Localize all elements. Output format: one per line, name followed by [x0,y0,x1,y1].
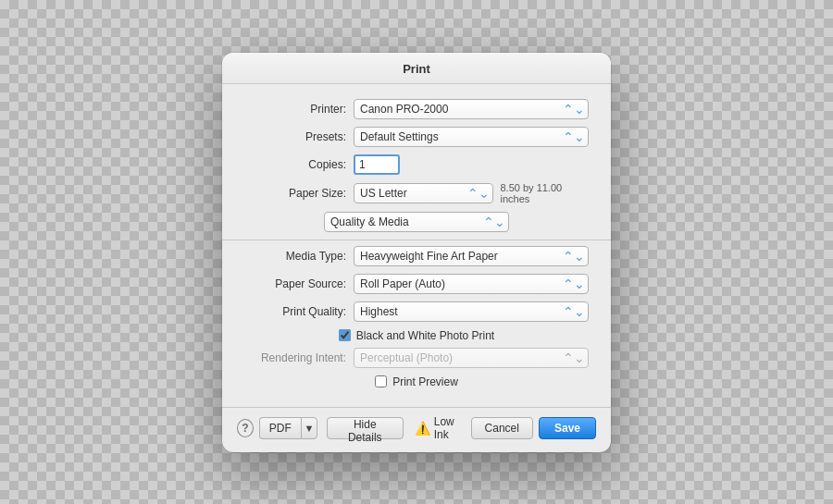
rendering-intent-select-wrapper: Perceptual (Photo) ⌃⌄ [354,348,589,368]
help-button[interactable]: ? [237,419,254,437]
print-dialog: Print Printer: Canon PRO-2000 ⌃⌄ Presets… [222,53,611,452]
paper-size-label: Paper Size: [244,187,346,200]
pdf-button-group: PDF ▼ [259,417,317,439]
low-ink-text: Low Ink [434,415,466,441]
section-select-row: Quality & Media ⌃⌄ [244,212,589,232]
rendering-intent-select[interactable]: Perceptual (Photo) [354,348,589,368]
dialog-footer: ? PDF ▼ Hide Details ⚠️ Low Ink Cancel S… [222,407,611,452]
presets-control: Default Settings ⌃⌄ [354,127,589,147]
media-type-label: Media Type: [244,250,346,263]
printer-select-wrapper: Canon PRO-2000 ⌃⌄ [354,99,589,119]
copies-row: Copies: [222,154,611,175]
print-preview-label: Print Preview [392,375,458,388]
low-ink-warning: ⚠️ Low Ink [415,415,466,441]
bw-photo-label: Black and White Photo Print [356,329,494,342]
section-select-wrapper: Quality & Media ⌃⌄ [324,212,509,232]
paper-size-row: Paper Size: US Letter ⌃⌄ 8.50 by 11.00 i… [222,182,611,204]
media-type-select-wrapper: Heavyweight Fine Art Paper ⌃⌄ [354,246,589,266]
paper-size-inner: US Letter ⌃⌄ 8.50 by 11.00 inches [354,182,589,204]
print-quality-select[interactable]: Highest [354,301,589,322]
paper-source-row: Paper Source: Roll Paper (Auto) ⌃⌄ [222,274,611,294]
save-button[interactable]: Save [539,417,596,439]
dialog-body: Printer: Canon PRO-2000 ⌃⌄ Presets: Defa… [222,84,611,407]
media-type-select[interactable]: Heavyweight Fine Art Paper [354,246,589,266]
print-quality-control: Highest ⌃⌄ [354,301,589,322]
pdf-button[interactable]: PDF [259,417,301,439]
paper-size-control: US Letter ⌃⌄ 8.50 by 11.00 inches [354,182,589,204]
presets-row: Presets: Default Settings ⌃⌄ [222,127,611,147]
warning-icon: ⚠️ [415,421,430,436]
bw-photo-row: Black and White Photo Print [222,329,611,342]
copies-input[interactable] [354,154,400,175]
copies-control [354,154,589,175]
pdf-dropdown-arrow-icon: ▼ [304,423,314,434]
presets-select[interactable]: Default Settings [354,127,589,147]
presets-select-wrapper: Default Settings ⌃⌄ [354,127,589,147]
paper-source-select[interactable]: Roll Paper (Auto) [354,274,589,294]
paper-size-select-wrapper: US Letter ⌃⌄ [354,183,493,203]
print-preview-checkbox[interactable] [375,375,387,387]
dialog-title: Print [222,53,611,84]
printer-select[interactable]: Canon PRO-2000 [354,99,589,119]
paper-source-control: Roll Paper (Auto) ⌃⌄ [354,274,589,294]
print-preview-row: Print Preview [222,375,611,388]
pdf-dropdown-button[interactable]: ▼ [301,417,317,439]
printer-row: Printer: Canon PRO-2000 ⌃⌄ [222,99,611,119]
divider-1 [222,240,611,240]
rendering-intent-row: Rendering Intent: Perceptual (Photo) ⌃⌄ [222,348,611,368]
title-text: Print [403,62,430,76]
presets-label: Presets: [244,130,346,143]
media-type-control: Heavyweight Fine Art Paper ⌃⌄ [354,246,589,266]
media-type-row: Media Type: Heavyweight Fine Art Paper ⌃… [222,246,611,266]
printer-label: Printer: [244,103,346,116]
paper-source-select-wrapper: Roll Paper (Auto) ⌃⌄ [354,274,589,294]
hide-details-button[interactable]: Hide Details [327,417,404,439]
paper-size-dimensions: 8.50 by 11.00 inches [501,182,590,204]
section-select[interactable]: Quality & Media [324,212,509,232]
copies-label: Copies: [244,158,346,171]
paper-source-label: Paper Source: [244,277,346,290]
print-quality-row: Print Quality: Highest ⌃⌄ [222,301,611,322]
cancel-button[interactable]: Cancel [471,417,533,439]
paper-size-select[interactable]: US Letter [354,183,493,203]
print-quality-label: Print Quality: [244,305,346,318]
rendering-intent-label: Rendering Intent: [244,351,346,364]
print-quality-select-wrapper: Highest ⌃⌄ [354,301,589,322]
bw-photo-checkbox[interactable] [339,329,351,341]
printer-control: Canon PRO-2000 ⌃⌄ [354,99,589,119]
rendering-intent-control: Perceptual (Photo) ⌃⌄ [354,348,589,368]
